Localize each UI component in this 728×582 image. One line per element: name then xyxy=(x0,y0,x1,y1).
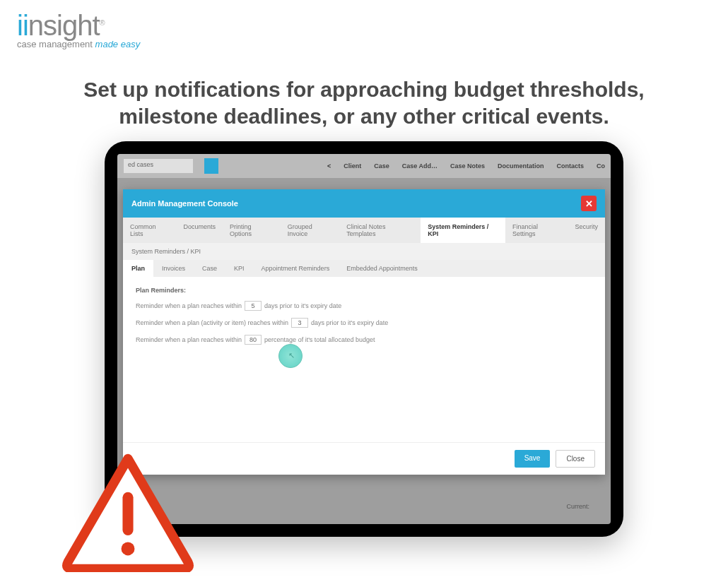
admin-console-modal: Admin Management Console ✕ Common Lists … xyxy=(123,189,605,475)
cases-dropdown[interactable]: ed cases xyxy=(123,158,194,174)
svg-rect-1 xyxy=(122,492,133,535)
logo-tagline: case management made easy xyxy=(17,39,140,49)
tab-financial-settings[interactable]: Financial Settings xyxy=(505,218,568,243)
tagline-a: case management xyxy=(17,39,95,49)
nav-case[interactable]: Case xyxy=(374,162,389,170)
sub-tab-kpi[interactable]: KPI xyxy=(225,260,253,277)
rule2-text-a: Reminder when a plan (activity or item) … xyxy=(136,319,288,326)
save-button[interactable]: Save xyxy=(515,450,551,468)
plan-reminders-panel: Plan Reminders: Reminder when a plan rea… xyxy=(123,277,605,442)
tab-common-lists[interactable]: Common Lists xyxy=(123,218,176,243)
sub-tab-case[interactable]: Case xyxy=(194,260,225,277)
tagline-b: made easy xyxy=(95,39,141,49)
background-nav: < Client Case Case Add… Case Notes Docum… xyxy=(327,162,605,170)
rule3-text-a: Reminder when a plan reaches within xyxy=(136,336,242,343)
logo-registered: ® xyxy=(100,18,105,27)
tab-documents[interactable]: Documents xyxy=(176,218,223,243)
background-current-label: Current: xyxy=(566,503,589,510)
rule1-days-input[interactable] xyxy=(245,301,262,311)
brand-logo: iinsight® case management made easy xyxy=(17,10,140,49)
rule-plan-expiry: Reminder when a plan reaches within days… xyxy=(136,301,592,311)
sub-tab-appointment-reminders[interactable]: Appointment Reminders xyxy=(253,260,339,277)
logo-rest: nsight xyxy=(28,10,100,41)
nav-case-notes[interactable]: Case Notes xyxy=(450,162,485,170)
alert-triangle-icon xyxy=(61,452,195,572)
modal-title: Admin Management Console xyxy=(131,199,238,208)
page-headline: Set up notifications for approaching bud… xyxy=(0,76,728,129)
breadcrumb: System Reminders / KPI xyxy=(123,243,605,260)
rule1-text-b: days prior to it's expiry date xyxy=(264,302,341,309)
nav-contacts[interactable]: Contacts xyxy=(556,162,584,170)
rule-activity-expiry: Reminder when a plan (activity or item) … xyxy=(136,318,592,328)
modal-header: Admin Management Console ✕ xyxy=(123,189,605,218)
rule2-text-b: days prior to it's expiry date xyxy=(311,319,388,326)
nav-documentation[interactable]: Documentation xyxy=(498,162,544,170)
close-button[interactable]: Close xyxy=(556,450,595,468)
nav-more[interactable]: Co xyxy=(597,162,605,170)
modal-footer: Save Close xyxy=(123,442,605,475)
tab-printing-options[interactable]: Printing Options xyxy=(223,218,281,243)
nav-client[interactable]: Client xyxy=(344,162,361,170)
rule2-days-input[interactable] xyxy=(291,318,308,328)
tab-grouped-invoice[interactable]: Grouped Invoice xyxy=(281,218,340,243)
nav-prev-icon[interactable]: < xyxy=(327,162,331,170)
sub-tab-embedded-appointments[interactable]: Embedded Appointments xyxy=(338,260,426,277)
background-topbar: ed cases < Client Case Case Add… Case No… xyxy=(117,154,611,178)
rule3-text-b: percentage of it's total allocated budge… xyxy=(264,336,375,343)
tab-clinical-notes-templates[interactable]: Clinical Notes Templates xyxy=(339,218,421,243)
logo-ii: ii xyxy=(17,10,28,41)
modal-top-tabs: Common Lists Documents Printing Options … xyxy=(123,218,605,243)
close-icon[interactable]: ✕ xyxy=(581,196,597,211)
logo-text: iinsight® xyxy=(17,10,140,42)
tab-system-reminders-kpi[interactable]: System Reminders / KPI xyxy=(421,218,505,243)
svg-point-0 xyxy=(122,542,135,556)
modal-sub-tabs: Plan Invoices Case KPI Appointment Remin… xyxy=(123,260,605,277)
cursor-highlight-icon: ↖ xyxy=(278,344,303,368)
rule1-text-a: Reminder when a plan reaches within xyxy=(136,302,242,309)
sub-tab-invoices[interactable]: Invoices xyxy=(153,260,194,277)
section-title: Plan Reminders: xyxy=(136,287,592,294)
nav-case-add[interactable]: Case Add… xyxy=(402,162,438,170)
tab-security[interactable]: Security xyxy=(568,218,605,243)
cursor-arrow-icon: ↖ xyxy=(288,351,295,360)
rule3-percent-input[interactable] xyxy=(245,335,262,345)
rule-budget-percent: Reminder when a plan reaches within perc… xyxy=(136,335,592,345)
sub-tab-plan[interactable]: Plan xyxy=(123,260,153,277)
cases-dropdown-toggle[interactable] xyxy=(204,158,218,174)
